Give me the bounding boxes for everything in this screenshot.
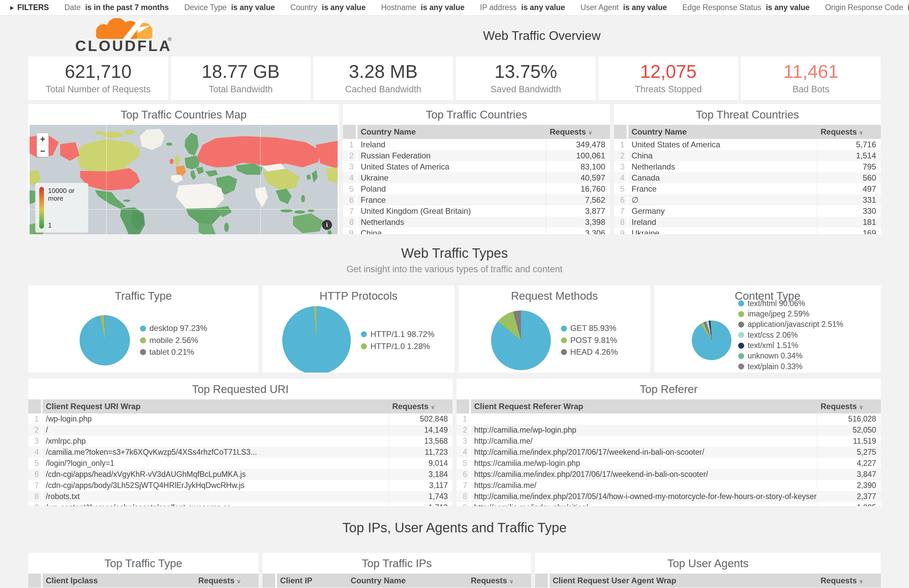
section-subtitle: Get insight into the various types of tr… xyxy=(0,264,909,275)
requests-column-header[interactable]: Requests∨ xyxy=(195,573,258,588)
traffic-type-legend: desktop 97.23%mobile 2.56%tablet 0.21% xyxy=(140,324,207,356)
table-row: 1516,028 xyxy=(457,414,881,425)
country-name-column-header: Country Name xyxy=(627,125,817,139)
filter-bar: ▶ FILTERS Date is in the past 7 monthsDe… xyxy=(0,0,909,15)
top-traffic-ips-panel: Top Traffic IPs Client IP Country Name R… xyxy=(263,553,531,588)
filter-item[interactable]: Hostname is any value xyxy=(381,3,465,12)
stat-value: 3.28 MB xyxy=(313,61,453,82)
requests-column-header[interactable]: Requests∨ xyxy=(817,573,881,588)
top-traffic-type-table: Client Ipclass Requests∨ 1noRecord568,08… xyxy=(28,573,258,588)
table-row: 3Netherlands795 xyxy=(614,161,881,172)
legend-item: text/html 90.06% xyxy=(738,299,843,308)
top-traffic-countries-panel: Top Traffic Countries Country Name Reque… xyxy=(343,104,610,234)
requests-column-header[interactable]: Requests∨ xyxy=(389,399,452,414)
top-user-agents-table: Client Request User Agent Wrap Requests∨… xyxy=(535,573,881,588)
legend-item: tablet 0.21% xyxy=(140,348,207,356)
requests-column-header[interactable]: Requests∨ xyxy=(817,125,881,139)
top-threat-countries-table: Country Name Requests∨ 1United States of… xyxy=(614,125,881,234)
sort-desc-icon: ∨ xyxy=(237,578,241,585)
stat-value: 621,710 xyxy=(28,61,168,82)
table-row: 4/camilia.me?token=s3+7k6XQvKwzp5/4XSs4r… xyxy=(28,447,452,458)
index-column-header xyxy=(28,399,42,414)
table-row: 5Poland16,760 xyxy=(343,183,610,194)
filters-toggle-button[interactable]: ▶ FILTERS xyxy=(10,3,49,12)
table-row: 2http://camilia.me/wp-login.php52,050 xyxy=(457,425,881,436)
legend-color-dot xyxy=(361,343,367,349)
panel-title: Top Traffic Countries xyxy=(343,104,610,125)
table-row: 8Netherlands3,398 xyxy=(343,216,610,228)
legend-color-dot xyxy=(738,321,744,328)
map-zoom-in-button[interactable]: + xyxy=(37,133,48,145)
content-type-legend: text/html 90.06%image/jpeg 2.59%applicat… xyxy=(738,299,843,373)
stat-label: Threats Stopped xyxy=(599,84,738,95)
filter-item[interactable]: Date is in the past 7 months xyxy=(65,3,169,12)
index-column-header xyxy=(457,399,470,414)
index-column-header xyxy=(614,125,627,139)
top-referer-panel: Top Referer Client Request Referer Wrap … xyxy=(457,379,881,506)
map-color-legend: 10000 or more 1 xyxy=(35,183,88,233)
stat-label: Saved Bandwidth xyxy=(456,84,596,95)
index-column-header xyxy=(28,573,42,588)
world-map[interactable]: + − 10000 or more 1 i xyxy=(29,125,339,234)
map-zoom-out-button[interactable]: − xyxy=(37,145,48,157)
filter-item[interactable]: User Agent is any value xyxy=(580,3,667,12)
country-name-column-header: Country Name xyxy=(347,573,467,588)
filter-item[interactable]: Country is any value xyxy=(291,3,365,12)
top-threat-countries-panel: Top Threat Countries Country Name Reques… xyxy=(614,104,881,234)
top-ips-section-header: Top IPs, User Agents and Traffic Type xyxy=(0,520,909,535)
request-methods-panel: Request Methods GET 85.93%POST 9.81%HEAD… xyxy=(459,285,651,373)
expand-arrow-icon: ▶ xyxy=(10,5,14,11)
country-name-column-header: Country Name xyxy=(357,125,546,139)
legend-item: text/plain 0.33% xyxy=(738,362,843,371)
table-row: 8Ireland181 xyxy=(614,216,881,228)
filter-item[interactable]: Device Type is any value xyxy=(184,3,275,12)
svg-text:®: ® xyxy=(168,36,171,42)
filter-item[interactable]: IP address is any value xyxy=(480,3,565,12)
legend-item: HEAD 4.26% xyxy=(561,348,618,356)
referer-column-header: Client Request Referer Wrap xyxy=(470,399,817,414)
stat-card: 18.77 GBTotal Bandwidth xyxy=(171,57,311,100)
requests-column-header[interactable]: Requests∨ xyxy=(817,399,881,414)
filter-items: Date is in the past 7 monthsDevice Type … xyxy=(65,3,909,12)
cloudflare-logo-image: CLOUDFLARE ® xyxy=(37,18,172,54)
legend-color-dot xyxy=(140,337,146,343)
legend-color-dot xyxy=(140,326,146,331)
legend-item: HTTP/1.1 98.72% xyxy=(361,330,434,339)
web-traffic-types-section-header: Web Traffic Types Get insight into the v… xyxy=(0,246,909,275)
index-column-header xyxy=(535,573,549,588)
top-requested-uri-table: Client Request URI Wrap Requests∨ 1/wp-l… xyxy=(28,399,452,506)
table-row: 8/robots.txt1,743 xyxy=(28,491,452,502)
requests-column-header[interactable]: Requests∨ xyxy=(546,125,610,139)
sort-desc-icon: ∨ xyxy=(859,404,864,410)
stat-card: 11,461Bad Bots xyxy=(741,57,881,100)
table-row: 3United States of America83,100 xyxy=(343,161,610,172)
requests-column-header[interactable]: Requests∨ xyxy=(467,573,531,588)
table-body: 1516,0282http://camilia.me/wp-login.php5… xyxy=(457,414,881,506)
map-zoom-controls: + − xyxy=(37,133,48,157)
legend-color-dot xyxy=(738,353,744,359)
table-row: 7https://camilia.me/2,390 xyxy=(457,480,881,491)
legend-color-dot xyxy=(738,332,744,338)
chart-title: Traffic Type xyxy=(28,285,258,306)
sort-desc-icon: ∨ xyxy=(859,129,864,136)
sort-desc-icon: ∨ xyxy=(509,578,514,585)
traffic-type-pie-chart xyxy=(79,315,130,365)
map-info-icon[interactable]: i xyxy=(322,220,332,230)
stat-card: 621,710Total Number of Requests xyxy=(28,57,168,100)
map-legend-gradient xyxy=(39,187,44,229)
legend-item: desktop 97.23% xyxy=(140,324,207,333)
legend-item: application/javascript 2.51% xyxy=(738,320,843,329)
request-methods-legend: GET 85.93%POST 9.81%HEAD 4.26% xyxy=(561,324,618,356)
table-row: 2Russian Federation100,061 xyxy=(343,150,610,161)
filter-item[interactable]: Edge Response Status is any value xyxy=(683,3,810,12)
table-body: 1Ireland349,4782Russian Federation100,06… xyxy=(343,139,610,234)
legend-color-dot xyxy=(561,326,567,331)
content-type-panel: Content Type text/html 90.06%image/jpeg … xyxy=(654,285,881,373)
stat-value: 11,461 xyxy=(741,61,881,82)
panel-title: Top Traffic Type xyxy=(28,553,258,573)
legend-color-dot xyxy=(140,349,146,355)
filter-item[interactable]: Origin Response Code is any value xyxy=(825,3,909,12)
table-row: 7Germany330 xyxy=(614,205,881,216)
table-row: 1Ireland349,478 xyxy=(343,139,610,150)
panel-title: Top Requested URI xyxy=(28,379,452,399)
